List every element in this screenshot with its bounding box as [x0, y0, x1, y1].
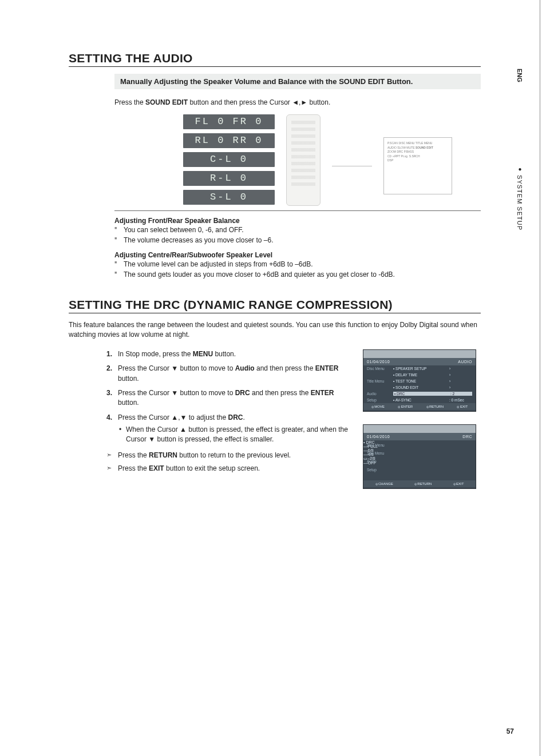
setting-audio-title: SETTING THE AUDIO	[69, 51, 481, 65]
bullet-item: The volume decreases as you move closer …	[114, 235, 481, 245]
language-tab: ENG	[516, 69, 523, 82]
osd-drc-menu: 01/04/2010DRC Disc Menu Title Menu Audio…	[363, 424, 476, 489]
osd-audio-menu: 01/04/2010AUDIO Disc Menu• SPEAKER SETUP…	[363, 349, 476, 412]
text: button and then press the Cursor ◄,► but…	[188, 98, 330, 106]
display-c-l: C-L 0	[183, 152, 275, 167]
display-r-l: R-L 0	[183, 171, 275, 186]
display-s-l: S-L 0	[183, 190, 275, 205]
callout-connector	[332, 166, 372, 166]
step-4: 4.Press the Cursor ▲,▼ to adjust the DRC…	[106, 413, 353, 423]
bullet-item: The sound gets louder as you move closer…	[114, 269, 481, 280]
divider	[69, 313, 481, 313]
step-2: 2.Press the Cursor ▼ button to move to A…	[106, 364, 353, 384]
text-bold: SOUND EDIT	[145, 98, 188, 106]
step-3: 3.Press the Cursor ▼ button to move to D…	[106, 388, 353, 408]
centre-rear-sub-head: Adjusting Centre/Rear/Subwoofer Speaker …	[114, 251, 481, 259]
osd-title: AUDIO	[458, 360, 472, 364]
sound-edit-subhead: Manually Adjusting the Speaker Volume an…	[114, 74, 481, 89]
section-tab: ● SYSTEM SETUP	[516, 166, 523, 230]
page-number: 57	[507, 727, 514, 735]
osd-date: 01/04/2010	[367, 435, 390, 439]
page-edge	[540, 0, 540, 756]
bullet-item: The volume level can be adjusted in step…	[114, 259, 481, 269]
text: Press the	[114, 98, 145, 106]
divider	[114, 210, 481, 211]
sound-edit-instruction: Press the SOUND EDIT button and then pre…	[114, 98, 481, 106]
display-fl-fr: FL 0 FR 0	[183, 114, 275, 129]
front-rear-balance-head: Adjusting Front/Rear Speaker Balance	[114, 217, 481, 225]
remote-illustration	[286, 114, 321, 206]
exit-hint: Press the EXIT button to exit the setup …	[106, 463, 353, 474]
setting-drc-title: SETTING THE DRC (DYNAMIC RANGE COMPRESSI…	[69, 298, 481, 312]
osd-title: DRC	[462, 435, 472, 439]
front-rear-balance-block: Adjusting Front/Rear Speaker Balance You…	[114, 217, 481, 280]
divider	[69, 66, 481, 67]
remote-button-callout: P.SCAN DISC MENU TITLE MENU AUDIO SLOW M…	[383, 137, 452, 194]
return-hint: Press the RETURN button to return to the…	[106, 450, 353, 461]
drc-description: This feature balances the range between …	[69, 320, 481, 340]
step-1: 1.In Stop mode, press the MENU button.	[106, 349, 353, 359]
drc-steps-list: 1.In Stop mode, press the MENU button. 2…	[106, 349, 353, 423]
step-4-sub-bullet: When the Cursor ▲ button is pressed, the…	[106, 425, 353, 444]
bullet-item: You can select between 0, -6, and OFF.	[114, 225, 481, 235]
display-rl-rr: RL 0 RR 0	[183, 133, 275, 148]
display-readout-group: FL 0 FR 0 RL 0 RR 0 C-L 0 R-L 0 S-L 0 P.…	[183, 114, 481, 206]
osd-date: 01/04/2010	[367, 360, 390, 364]
section-tab-label: SYSTEM SETUP	[516, 175, 523, 230]
